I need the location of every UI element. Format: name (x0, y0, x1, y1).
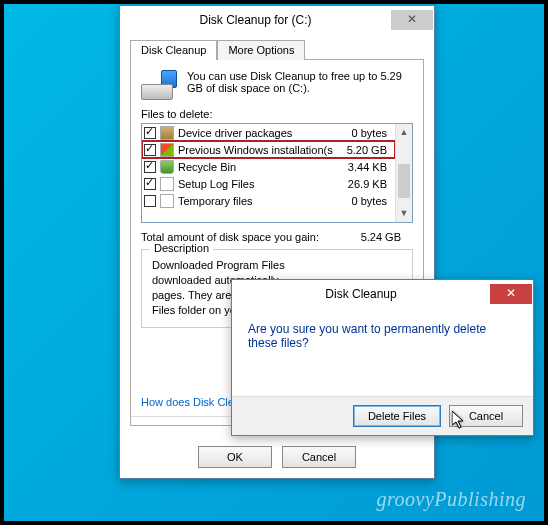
file-size: 26.9 KB (333, 178, 393, 190)
file-name: Temporary files (178, 195, 333, 207)
file-name: Setup Log Files (178, 178, 333, 190)
confirm-dialog: Disk Cleanup ✕ Are you sure you want to … (231, 279, 534, 436)
dialog-button-bar: Delete Files Cancel (232, 396, 533, 435)
titlebar: Disk Cleanup for (C:) ✕ (120, 6, 434, 34)
dialog-cancel-button[interactable]: Cancel (449, 405, 523, 427)
bin-icon (160, 160, 174, 174)
ok-button[interactable]: OK (198, 446, 272, 468)
file-name: Previous Windows installation(s) (178, 144, 333, 156)
checkbox[interactable] (144, 195, 156, 207)
window-title: Disk Cleanup for (C:) (120, 13, 391, 27)
main-button-row: OK Cancel (120, 436, 434, 480)
dialog-close-button[interactable]: ✕ (490, 284, 532, 304)
file-icon (160, 177, 174, 191)
files-to-delete-label: Files to delete: (141, 108, 413, 120)
drive-icon (141, 70, 177, 100)
scroll-thumb[interactable] (398, 164, 410, 198)
win-icon (160, 143, 174, 157)
file-name: Device driver packages (178, 127, 333, 139)
watermark: groovyPublishing (377, 488, 526, 511)
file-row[interactable]: Temporary files0 bytes (142, 192, 395, 209)
file-row[interactable]: Recycle Bin3.44 KB (142, 158, 395, 175)
tab-disk-cleanup[interactable]: Disk Cleanup (130, 40, 217, 60)
file-size: 0 bytes (333, 127, 393, 139)
checkbox[interactable] (144, 144, 156, 156)
tab-more-options[interactable]: More Options (217, 40, 305, 60)
file-list: Device driver packages0 bytesPrevious Wi… (141, 123, 413, 223)
description-legend: Description (150, 242, 213, 254)
checkbox[interactable] (144, 178, 156, 190)
file-size: 5.20 GB (333, 144, 393, 156)
cancel-button[interactable]: Cancel (282, 446, 356, 468)
file-name: Recycle Bin (178, 161, 333, 173)
file-icon (160, 194, 174, 208)
intro-text: You can use Disk Cleanup to free up to 5… (187, 70, 413, 100)
scroll-up-icon[interactable]: ▲ (396, 124, 412, 141)
tabstrip: Disk Cleanup More Options (130, 40, 424, 60)
dialog-title: Disk Cleanup (232, 287, 490, 301)
dialog-message: Are you sure you want to permanently del… (232, 308, 533, 396)
scroll-down-icon[interactable]: ▼ (396, 205, 412, 222)
file-row[interactable]: Previous Windows installation(s)5.20 GB (142, 141, 395, 158)
scrollbar[interactable]: ▲ ▼ (395, 124, 412, 222)
checkbox[interactable] (144, 127, 156, 139)
delete-files-button[interactable]: Delete Files (353, 405, 441, 427)
dialog-titlebar: Disk Cleanup ✕ (232, 280, 533, 308)
file-row[interactable]: Setup Log Files26.9 KB (142, 175, 395, 192)
file-size: 3.44 KB (333, 161, 393, 173)
close-button[interactable]: ✕ (391, 10, 433, 30)
total-value: 5.24 GB (343, 231, 413, 243)
pkg-icon (160, 126, 174, 140)
intro-row: You can use Disk Cleanup to free up to 5… (141, 70, 413, 100)
checkbox[interactable] (144, 161, 156, 173)
file-row[interactable]: Device driver packages0 bytes (142, 124, 395, 141)
file-size: 0 bytes (333, 195, 393, 207)
